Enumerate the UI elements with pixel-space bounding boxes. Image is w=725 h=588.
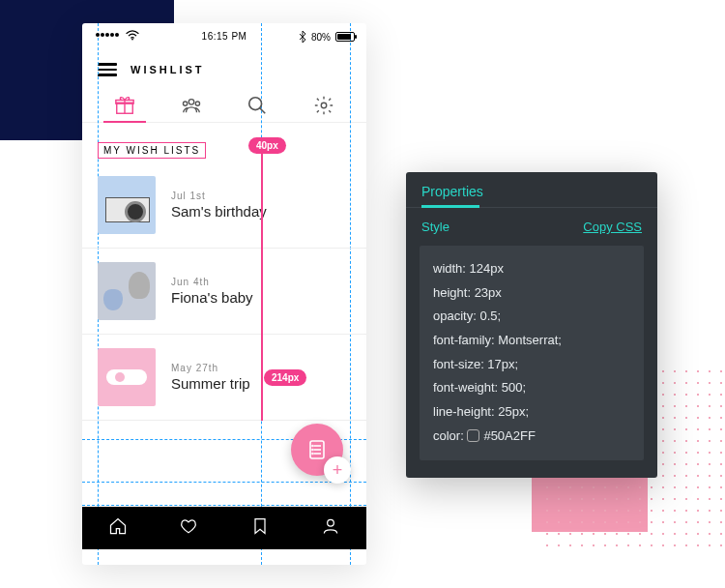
color-swatch (467, 429, 479, 442)
battery-percent: 80% (311, 32, 331, 43)
tab-settings[interactable] (304, 89, 343, 122)
guide-h-3 (82, 505, 366, 506)
svg-point-7 (249, 97, 262, 109)
css-line: font-weight: 500; (433, 376, 630, 400)
css-output-box: width: 124px height: 23px opacity: 0.5; … (420, 246, 644, 460)
fab-group: + (291, 424, 343, 476)
ios-status-bar: 16:15 PM 80% (82, 23, 366, 48)
list-item[interactable]: Jun 4th Fiona's baby (82, 249, 366, 335)
gear-icon (313, 95, 334, 116)
tab-search[interactable] (238, 89, 276, 122)
tab-people[interactable] (172, 89, 211, 122)
panel-style-label: Style (421, 220, 450, 234)
svg-point-17 (328, 519, 334, 526)
svg-point-14 (312, 446, 313, 447)
nav-home[interactable] (108, 516, 128, 540)
gift-icon (114, 95, 135, 116)
css-line: font-family: Montserrat; (433, 329, 630, 353)
svg-point-9 (321, 103, 327, 108)
list-item[interactable]: May 27th Summer trip (82, 335, 366, 421)
item-title: Fiona's baby (171, 289, 253, 306)
css-line: opacity: 0.5; (433, 305, 630, 329)
section-label: MY WISH LISTS (98, 142, 206, 159)
tab-bar (82, 83, 366, 123)
css-line: font-size: 17px; (433, 353, 630, 377)
bluetooth-icon (299, 31, 306, 43)
panel-header: Properties (406, 172, 657, 208)
svg-line-8 (260, 107, 266, 113)
svg-point-4 (188, 99, 194, 104)
svg-point-5 (183, 102, 187, 105)
item-date: Jul 1st (171, 191, 267, 201)
svg-point-6 (195, 102, 199, 105)
battery-icon (335, 32, 355, 42)
css-line: line-height: 25px; (433, 400, 630, 425)
annotation-badge-40px: 40px (248, 137, 286, 154)
tab-gift[interactable] (105, 89, 144, 122)
css-line: height: 23px (433, 281, 630, 306)
item-date: Jun 4th (171, 277, 253, 287)
people-icon (181, 95, 202, 116)
app-title: WISHLIST (130, 64, 205, 75)
thumb-camera (98, 176, 156, 234)
svg-point-15 (312, 450, 313, 451)
css-line-color: color: #50A2FF (433, 425, 630, 449)
nav-bookmarks[interactable] (250, 516, 270, 540)
signal-dots-icon (96, 33, 119, 37)
css-line: width: 124px (433, 257, 630, 281)
item-title: Summer trip (171, 375, 250, 392)
item-date: May 27th (171, 363, 250, 373)
bookmark-icon (250, 516, 270, 536)
home-icon (108, 516, 128, 536)
fab-add-button[interactable]: + (324, 456, 351, 484)
nav-favorites[interactable] (179, 516, 198, 540)
svg-point-16 (312, 454, 313, 455)
properties-panel: Properties Style Copy CSS width: 124px h… (406, 172, 657, 478)
guide-h-2 (82, 482, 366, 483)
status-time: 16:15 PM (202, 31, 247, 42)
thumb-baby (98, 262, 156, 320)
measure-vline (261, 148, 263, 421)
hamburger-menu-icon[interactable] (98, 60, 117, 79)
thumb-sunglasses (98, 348, 156, 406)
svg-point-0 (131, 39, 133, 41)
wishlist-list: Jul 1st Sam's birthday Jun 4th Fiona's b… (82, 162, 366, 421)
user-icon (321, 516, 340, 536)
search-icon (246, 95, 268, 116)
list-item[interactable]: Jul 1st Sam's birthday (82, 162, 366, 249)
copy-css-button[interactable]: Copy CSS (583, 220, 642, 234)
phone-mockup: 16:15 PM 80% WISHLIST MY WISH LISTS 40px (82, 23, 366, 565)
annotation-badge-214px: 214px (264, 369, 306, 386)
nav-profile[interactable] (321, 516, 340, 540)
clipboard-list-icon (305, 438, 329, 461)
wifi-icon (126, 30, 139, 41)
item-title: Sam's birthday (171, 203, 267, 220)
bottom-nav (82, 507, 366, 549)
heart-icon (179, 516, 198, 536)
